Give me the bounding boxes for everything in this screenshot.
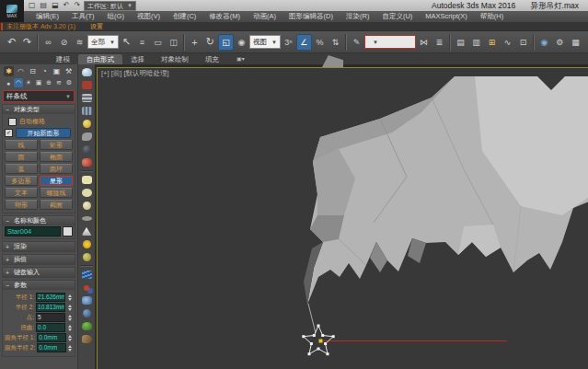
ribbon-tab-object-paint[interactable]: 对象绘制 bbox=[153, 54, 197, 64]
plant-icon[interactable] bbox=[79, 320, 94, 332]
unlink-icon[interactable]: ⊘ bbox=[56, 34, 72, 51]
pivot-center-icon[interactable]: ◉ bbox=[234, 34, 249, 51]
display-tab-icon[interactable]: ▣ bbox=[52, 66, 62, 76]
bind-spacewarp-icon[interactable]: ≋ bbox=[72, 34, 87, 51]
ribbon-toggle-icon[interactable]: ▥ bbox=[468, 34, 484, 51]
shape-donut-button[interactable]: 圆环 bbox=[40, 164, 73, 174]
undo-icon[interactable]: ↶ bbox=[4, 34, 19, 51]
light-bulb-icon[interactable] bbox=[79, 118, 94, 130]
object-color-swatch[interactable] bbox=[63, 226, 73, 236]
cameras-icon[interactable]: ▣ bbox=[34, 78, 43, 87]
angle-snap-icon[interactable]: ∠ bbox=[296, 34, 312, 51]
shape-star-button[interactable]: 星形 bbox=[40, 176, 73, 186]
water-icon[interactable] bbox=[79, 269, 94, 281]
spinner-snap-icon[interactable]: ⇅ bbox=[328, 34, 343, 51]
menu-create[interactable]: 创建(C) bbox=[167, 11, 202, 22]
menu-maxscript[interactable]: MAXScript(X) bbox=[419, 11, 473, 22]
helpers-icon[interactable]: ⊕ bbox=[44, 78, 53, 87]
shape-ngon-button[interactable]: 多边形 bbox=[5, 176, 38, 186]
menu-tools[interactable]: 工具(T) bbox=[65, 11, 101, 22]
name-color-header[interactable]: − 名称和颜色 bbox=[3, 216, 75, 225]
autogrid-checkbox[interactable] bbox=[8, 118, 17, 126]
fillet1-field[interactable]: 0.0mm bbox=[37, 333, 65, 342]
points-field[interactable]: 5 bbox=[36, 313, 65, 322]
shape-line-button[interactable]: 线 bbox=[5, 140, 38, 150]
teapot-icon[interactable] bbox=[79, 66, 94, 78]
coord-system-dropdown[interactable]: 视图 ▼ bbox=[249, 35, 281, 49]
systems-icon[interactable]: ⚙ bbox=[64, 78, 74, 87]
ribbon-tab-populate[interactable]: 填充 bbox=[197, 54, 227, 64]
parameters-header[interactable]: − 参数 bbox=[3, 281, 75, 290]
shape-arc-button[interactable]: 弧 bbox=[5, 164, 38, 174]
window-crossing-icon[interactable]: ◫ bbox=[166, 34, 181, 51]
rendering-header[interactable]: + 渲染 bbox=[3, 242, 75, 251]
select-by-name-icon[interactable]: ≡ bbox=[134, 34, 150, 51]
menu-customize[interactable]: 自定义(U) bbox=[375, 11, 419, 22]
menu-views[interactable]: 视图(V) bbox=[131, 11, 167, 22]
points-spinner[interactable] bbox=[66, 313, 73, 322]
edit-named-sets-icon[interactable]: ✎ bbox=[349, 34, 364, 51]
scale-icon[interactable]: ◱ bbox=[218, 34, 234, 51]
render-production-icon[interactable]: ◖ bbox=[583, 34, 588, 51]
ribbon-minimize-icon[interactable]: ▣▾ bbox=[236, 54, 245, 64]
interpolation-header[interactable]: + 插值 bbox=[3, 255, 75, 264]
named-selection-dropdown[interactable]: ▼ bbox=[364, 35, 416, 49]
distortion-field[interactable]: 0.0 bbox=[36, 323, 65, 332]
dark-sphere-icon[interactable] bbox=[79, 144, 94, 156]
plugin-settings-button[interactable]: 设置 bbox=[90, 22, 103, 31]
keyboard-entry-header[interactable]: + 键盘输入 bbox=[3, 268, 75, 277]
olive-sphere-icon[interactable] bbox=[79, 251, 94, 263]
app-logo[interactable]: MAX bbox=[0, 0, 24, 22]
sun-icon[interactable] bbox=[79, 238, 94, 250]
snap-3d-icon[interactable]: 3ⁿ bbox=[281, 34, 296, 51]
red-cluster-icon[interactable] bbox=[79, 156, 94, 168]
spray-icon[interactable] bbox=[79, 131, 94, 143]
shape-helix-button[interactable]: 螺旋线 bbox=[40, 188, 73, 198]
rect-region-icon[interactable]: ▭ bbox=[150, 34, 166, 51]
menu-help[interactable]: 帮助(H) bbox=[474, 11, 510, 22]
object-type-header[interactable]: − 对象类型 bbox=[3, 105, 75, 114]
list-icon[interactable] bbox=[79, 92, 94, 104]
modify-tab-icon[interactable]: ◠ bbox=[16, 66, 26, 76]
disc-icon[interactable] bbox=[79, 213, 94, 225]
shape-category-dropdown[interactable]: 样条线 ▼ bbox=[3, 90, 75, 102]
curve-editor-icon[interactable]: ∿ bbox=[500, 34, 515, 51]
utilities-tab-icon[interactable]: ⚒ bbox=[63, 66, 74, 76]
hierarchy-tab-icon[interactable]: ⊟ bbox=[28, 66, 38, 76]
rotate-icon[interactable]: ↻ bbox=[202, 34, 218, 51]
save-icon[interactable]: ⬓ bbox=[51, 1, 60, 10]
shape-egg-button[interactable]: 卵形 bbox=[5, 200, 38, 210]
atom-icon[interactable] bbox=[79, 294, 94, 306]
render-setup-icon[interactable]: ⚙ bbox=[552, 34, 568, 51]
fillet2-spinner[interactable] bbox=[67, 343, 73, 352]
redo-icon[interactable]: ↷ bbox=[73, 1, 81, 10]
lights-icon[interactable]: ☀ bbox=[24, 78, 33, 87]
select-object-icon[interactable]: ↖ bbox=[119, 34, 134, 51]
menu-rendering[interactable]: 渲染(R) bbox=[340, 11, 375, 22]
radius2-field[interactable]: 10.813mm bbox=[36, 303, 65, 312]
align-icon[interactable]: ≣ bbox=[432, 34, 447, 51]
menu-graph-editors[interactable]: 图形编辑器(D) bbox=[282, 11, 340, 22]
shapes-icon[interactable]: ◠ bbox=[14, 78, 23, 87]
shape-rectangle-button[interactable]: 矩形 bbox=[40, 140, 73, 150]
rock-icon[interactable] bbox=[79, 307, 94, 319]
viewport-label[interactable]: [+] [前] [默认明暗处理] bbox=[101, 69, 169, 78]
start-new-shape-checkbox[interactable]: ✓ bbox=[5, 129, 13, 137]
shape-section-button[interactable]: 截面 bbox=[40, 200, 73, 210]
layer-manager-icon[interactable]: ▤ bbox=[453, 34, 468, 51]
cone-icon[interactable] bbox=[79, 225, 94, 237]
ribbon-tab-selection[interactable]: 选择 bbox=[122, 54, 153, 64]
selection-filter-dropdown[interactable]: 全部 ▼ bbox=[87, 35, 119, 49]
sphere-icon[interactable] bbox=[79, 200, 94, 212]
rendered-frame-icon[interactable]: ▦ bbox=[568, 34, 583, 51]
distortion-spinner[interactable] bbox=[66, 323, 73, 332]
radius1-spinner[interactable] bbox=[66, 293, 73, 302]
spacewarps-icon[interactable]: ≋ bbox=[54, 78, 63, 87]
fillet2-field[interactable]: 0.0mm bbox=[37, 343, 65, 352]
ribbon-tab-freeform[interactable]: 自由形式 bbox=[78, 54, 122, 64]
rounded-rect-icon[interactable] bbox=[79, 174, 94, 186]
motion-tab-icon[interactable]: ◔ bbox=[40, 66, 50, 76]
menu-edit[interactable]: 编辑(E) bbox=[29, 11, 65, 22]
radius2-spinner[interactable] bbox=[66, 303, 73, 312]
new-icon[interactable]: ▢ bbox=[28, 1, 37, 10]
